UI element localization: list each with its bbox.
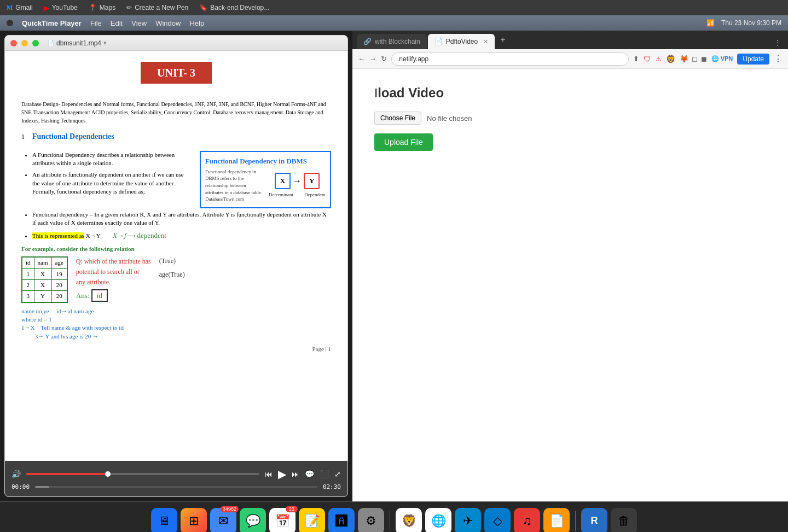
tab-pdftovideo[interactable]: 📄 PdftoVideo ✕	[428, 34, 495, 49]
dropdown-arrow[interactable]: ▾	[103, 39, 107, 46]
file-chosen-text: No file chosen	[427, 114, 472, 122]
brave-icon: 🦁	[666, 55, 675, 63]
dock-settings[interactable]: ⚙	[358, 508, 384, 533]
tab-blockchain-icon: 🔗	[363, 38, 372, 45]
new-tab-button[interactable]: +	[496, 35, 509, 45]
update-button[interactable]: Update	[737, 54, 769, 65]
timeline-slider[interactable]	[35, 486, 317, 488]
dock-launchpad[interactable]: ⊞	[181, 508, 207, 533]
trash-icon: 🗑	[618, 514, 630, 528]
tabs-menu-button[interactable]: ⋮	[772, 36, 784, 49]
fd-boxes: X → Y	[275, 173, 320, 189]
ext3[interactable]: ◼	[701, 55, 707, 63]
volume-button[interactable]: 🔊	[11, 470, 21, 478]
tab-close-button[interactable]: ✕	[483, 38, 488, 45]
hw-right: (True) age(True)	[159, 256, 185, 303]
messages-icon: 💬	[246, 514, 260, 528]
dock-vscode[interactable]: ◇	[484, 508, 511, 533]
tab-pdftovideo-label: PdftoVideo	[446, 38, 478, 45]
volume-slider[interactable]	[26, 473, 259, 475]
topbar-create-pen[interactable]: ✏ Create a New Pen	[126, 4, 188, 11]
dock-chrome[interactable]: 🌐	[425, 508, 451, 533]
apple-icon	[7, 20, 13, 26]
quicktime-window: 📄 dbmsunit1.mp4 ▾ UNIT- 3 Database Desig…	[4, 35, 348, 497]
refresh-button[interactable]: ↻	[381, 55, 387, 63]
fullscreen-button[interactable]: ⤢	[334, 470, 341, 478]
topbar-gmail[interactable]: M Gmail	[7, 4, 33, 12]
dock-brave[interactable]: 🦁	[396, 508, 422, 533]
ext1[interactable]: 🦊	[680, 55, 688, 63]
dock-trash[interactable]: 🗑	[611, 508, 637, 533]
warning-icon: ⚠	[656, 55, 662, 63]
dock-music[interactable]: ♫	[514, 508, 540, 533]
chrome-icon: 🌐	[431, 514, 446, 528]
settings-icon: ⚙	[366, 514, 376, 528]
menu-view[interactable]: View	[131, 19, 147, 27]
bullet-2: An attribute is functionally dependent o…	[32, 171, 192, 196]
document-icon: 📄	[48, 40, 54, 46]
browser-tabs: 🔗 with Blockchain 📄 PdftoVideo ✕ + ⋮	[352, 31, 788, 49]
hw-line3: 1→X Tell name & age with respect to id	[21, 324, 331, 332]
topbar-backend[interactable]: 🔖 Back-end Develop...	[199, 4, 269, 11]
dock-appstore[interactable]: 🅰	[328, 508, 355, 533]
forward-button[interactable]: →	[369, 55, 376, 63]
minimize-button[interactable]	[21, 40, 28, 46]
close-button[interactable]	[10, 40, 17, 46]
td-19: 19	[51, 268, 67, 279]
topbar-youtube[interactable]: ▶ YouTube	[44, 4, 78, 12]
music-icon: ♫	[523, 514, 532, 528]
td-x1: X	[34, 268, 51, 279]
age-true: age(True)	[159, 270, 185, 279]
dock-pages[interactable]: 📄	[543, 508, 570, 533]
menu-help[interactable]: Help	[189, 19, 204, 27]
dock-rstudio[interactable]: R	[581, 508, 607, 533]
extension-icons: 🦊 ◻ ◼	[680, 55, 707, 63]
maps-label: Maps	[100, 4, 115, 11]
video-controls[interactable]: 🔊 ⏮ ▶ ⏭ 💬 ⬛ ⤢ 00:00 02:30	[5, 461, 347, 496]
menu-edit[interactable]: Edit	[111, 19, 123, 27]
captions-button[interactable]: 💬	[305, 470, 314, 478]
dock-mail[interactable]: ✉	[210, 508, 236, 533]
choose-file-button[interactable]: Choose File	[374, 112, 421, 125]
highlighted-text: This is represented as	[32, 232, 84, 239]
ext2[interactable]: ◻	[692, 55, 698, 63]
fast-forward-button[interactable]: ⏭	[292, 470, 299, 478]
volume-knob[interactable]	[105, 471, 111, 477]
section-heading: 1 Functional Dependencies	[21, 131, 331, 147]
back-button[interactable]: ←	[358, 55, 365, 63]
example-table: idnamage 1X19 2X20 3Y20	[21, 256, 68, 303]
menu-file[interactable]: File	[90, 19, 102, 27]
maximize-button[interactable]	[32, 40, 39, 46]
td-2: 2	[22, 279, 34, 290]
shield-icon: 🛡	[644, 55, 651, 63]
th-name: nam	[34, 257, 51, 268]
dock-calendar[interactable]: 📅	[269, 508, 296, 533]
td-y: Y	[34, 291, 51, 302]
topbar-maps[interactable]: 📍 Maps	[89, 4, 115, 11]
rewind-button[interactable]: ⏮	[265, 470, 273, 478]
share-button[interactable]: ⬆	[633, 55, 639, 63]
menu-dots[interactable]: ⋮	[774, 54, 783, 64]
upload-file-button[interactable]: Upload File	[374, 133, 433, 151]
macos-right: 📶 Thu 23 Nov 9:30 PM	[706, 19, 781, 27]
url-input[interactable]	[391, 52, 629, 66]
appstore-icon: 🅰	[335, 514, 347, 528]
browser-topbar: M Gmail ▶ YouTube 📍 Maps ✏ Create a New …	[0, 0, 788, 15]
bullet-list-2: Functional dependency – In a given relat…	[32, 211, 331, 241]
tab-pdf-icon: 📄	[434, 38, 443, 45]
dock-notes[interactable]: 📝	[299, 508, 325, 533]
hw-line1: name no,ye id→id nam age	[21, 307, 331, 315]
play-button[interactable]: ▶	[278, 467, 286, 481]
td-3: 3	[22, 291, 34, 302]
dock-telegram[interactable]: ✈	[455, 508, 481, 533]
dock-finder[interactable]: 🖥	[151, 508, 177, 533]
formula-text: X→Y	[86, 232, 100, 239]
tab-blockchain[interactable]: 🔗 with Blockchain	[357, 34, 427, 49]
bookmark-icon: 🔖	[199, 4, 207, 11]
airplay-button[interactable]: ⬛	[320, 470, 329, 478]
menu-items: File Edit View Window Help	[90, 19, 204, 27]
rstudio-icon: R	[591, 515, 598, 527]
dock-messages[interactable]: 💬	[240, 508, 266, 533]
pages-icon: 📄	[549, 514, 564, 528]
menu-window[interactable]: Window	[155, 19, 181, 27]
